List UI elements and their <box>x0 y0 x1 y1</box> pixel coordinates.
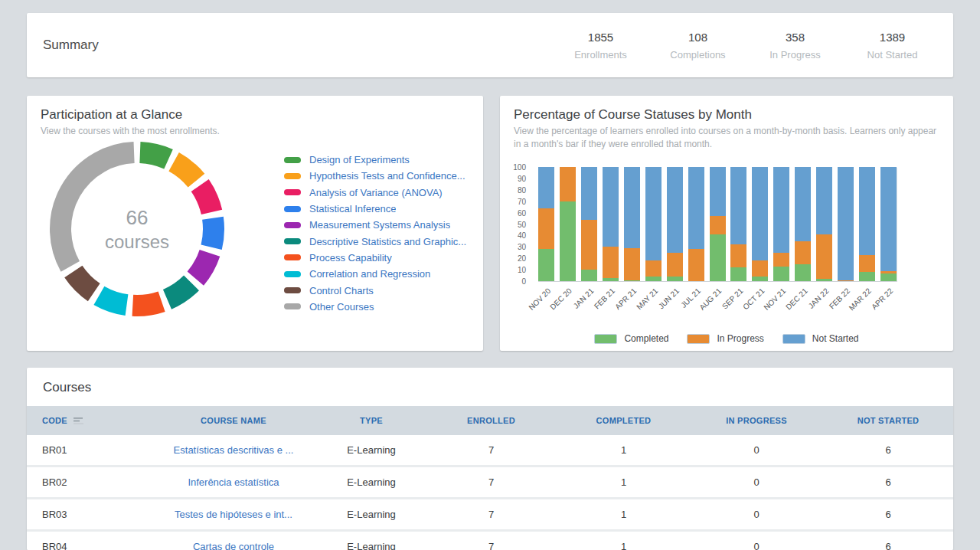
participation-subtitle: View the courses with the most enrollmen… <box>27 125 483 138</box>
courses-panel: Courses CODECOURSE NAMETYPEENROLLEDCOMPL… <box>27 368 953 550</box>
bar-y-tick: 90 <box>518 175 526 184</box>
bar-segment-completed <box>581 270 597 281</box>
bar-column: FEB 22 <box>838 168 854 281</box>
column-header-label: TYPE <box>360 416 383 425</box>
bar-x-label: OCT 21 <box>741 286 766 311</box>
course-completed: 1 <box>557 541 690 550</box>
course-in-progress: 0 <box>690 541 823 550</box>
bar-column: MAY 21 <box>645 168 662 281</box>
legend-swatch <box>594 334 617 344</box>
bar-column: NOV 20 <box>538 168 554 281</box>
bar-segment-not-started <box>795 167 811 241</box>
summary-stat-value: 108 <box>649 31 746 44</box>
column-header-label: NOT STARTED <box>858 416 920 425</box>
course-name-link[interactable]: Testes de hipóteses e int... <box>149 509 318 520</box>
bar-segment-completed <box>603 278 619 282</box>
course-in-progress: 0 <box>690 476 823 488</box>
donut-legend-item[interactable]: Other Courses <box>284 299 477 315</box>
column-header-type[interactable]: TYPE <box>318 416 425 425</box>
donut-legend-label: Design of Experiments <box>309 154 410 165</box>
bar-segment-completed <box>816 279 832 281</box>
bar-y-tick: 0 <box>521 277 526 286</box>
summary-stat: 108Completions <box>649 31 746 61</box>
legend-swatch <box>284 206 301 212</box>
bar-segment-not-started <box>538 167 554 208</box>
summary-stat-value: 358 <box>746 31 844 44</box>
statuses-subtitle: View the percentage of learners enrolled… <box>500 125 953 151</box>
column-header-course-name[interactable]: COURSE NAME <box>149 416 318 425</box>
summary-stat-label: Enrollments <box>552 49 649 61</box>
bar-x-label: MAY 21 <box>635 286 659 311</box>
bar-column: OCT 21 <box>752 168 768 281</box>
bar-segment-in-progress <box>816 234 832 279</box>
bar-x-label: JAN 21 <box>571 286 595 310</box>
column-header-label: ENROLLED <box>467 416 515 425</box>
summary-stat: 1855Enrollments <box>552 31 649 61</box>
donut-legend-label: Other Courses <box>309 301 374 313</box>
bar-x-label: MAR 22 <box>848 286 873 312</box>
column-header-enrolled[interactable]: ENROLLED <box>425 416 557 425</box>
legend-swatch <box>284 222 301 228</box>
bar-column: NOV 21 <box>773 168 789 281</box>
bar-segment-in-progress <box>603 247 619 277</box>
legend-swatch <box>687 334 710 344</box>
bar-segment-completed <box>710 234 726 281</box>
column-header-code[interactable]: CODE <box>27 416 149 425</box>
bar-y-tick: 40 <box>518 231 526 241</box>
donut-legend-item[interactable]: Design of Experiments <box>284 152 477 168</box>
legend-swatch <box>284 189 301 195</box>
column-header-completed[interactable]: COMPLETED <box>557 416 690 425</box>
donut-legend-item[interactable]: Control Charts <box>284 282 477 298</box>
column-header-not-started[interactable]: NOT STARTED <box>823 416 953 425</box>
course-enrolled: 7 <box>425 476 557 488</box>
donut-segment <box>132 302 162 306</box>
donut-legend-item[interactable]: Process Capability <box>284 250 477 266</box>
column-header-label: IN PROGRESS <box>726 416 787 425</box>
bar-segment-not-started <box>603 167 619 247</box>
legend-swatch <box>782 334 805 344</box>
bar-column: SEP 21 <box>730 168 746 281</box>
bar-segment-completed <box>773 267 789 281</box>
donut-legend-item[interactable]: Descriptive Statistics and Graphic... <box>284 233 477 249</box>
bar-x-label: NOV 20 <box>527 286 552 312</box>
course-name-link[interactable]: Cartas de controle <box>149 541 318 550</box>
bar-y-tick: 100 <box>513 163 526 172</box>
bar-column: JAN 21 <box>581 168 597 281</box>
donut-segment <box>140 152 168 159</box>
bar-segment-completed <box>538 249 554 281</box>
course-not-started: 6 <box>823 444 953 456</box>
bar-chart-plot: NOV 20DEC 20JAN 21FEB 21APR 21MAY 21JUN … <box>538 168 897 282</box>
bar-segment-not-started <box>730 167 746 244</box>
column-header-in-progress[interactable]: IN PROGRESS <box>690 416 823 425</box>
donut-legend-item[interactable]: Hypothesis Tests and Confidence... <box>284 168 477 184</box>
donut-legend-item[interactable]: Statistical Inference <box>284 201 477 217</box>
bar-legend-item: Completed <box>594 333 668 344</box>
donut-legend-item[interactable]: Analysis of Variance (ANOVA) <box>284 185 477 201</box>
donut-legend-label: Hypothesis Tests and Confidence... <box>309 170 466 182</box>
column-header-label: COURSE NAME <box>201 416 266 425</box>
donut-legend: Design of ExperimentsHypothesis Tests an… <box>284 152 477 315</box>
legend-swatch <box>284 238 301 244</box>
course-type: E-Learning <box>318 541 425 550</box>
course-name-link[interactable]: Inferência estatística <box>149 476 318 488</box>
donut-segment <box>195 253 210 278</box>
summary-stat-label: Not Started <box>844 49 941 61</box>
donut-legend-item[interactable]: Measurement Systems Analysis <box>284 217 477 233</box>
bar-column: DEC 20 <box>560 168 576 281</box>
bar-x-label: APR 21 <box>613 286 638 311</box>
bar-segment-completed <box>667 277 683 281</box>
bar-legend-item: In Progress <box>687 333 763 344</box>
courses-title: Courses <box>27 368 953 406</box>
column-header-label: COMPLETED <box>596 416 652 425</box>
bar-x-label: DEC 21 <box>784 286 809 312</box>
bar-column: DEC 21 <box>795 168 811 281</box>
donut-legend-item[interactable]: Correlation and Regression <box>284 266 477 282</box>
column-header-label: CODE <box>42 416 67 425</box>
legend-swatch <box>284 271 301 277</box>
sort-lines-icon[interactable] <box>74 417 84 425</box>
donut-legend-label: Correlation and Regression <box>309 268 430 280</box>
bar-chart-y-axis: 0102030405060708090100 <box>500 168 533 282</box>
donut-segment <box>60 152 134 267</box>
donut-segment <box>174 162 196 180</box>
course-name-link[interactable]: Estatísticas descritivas e ... <box>149 444 318 456</box>
